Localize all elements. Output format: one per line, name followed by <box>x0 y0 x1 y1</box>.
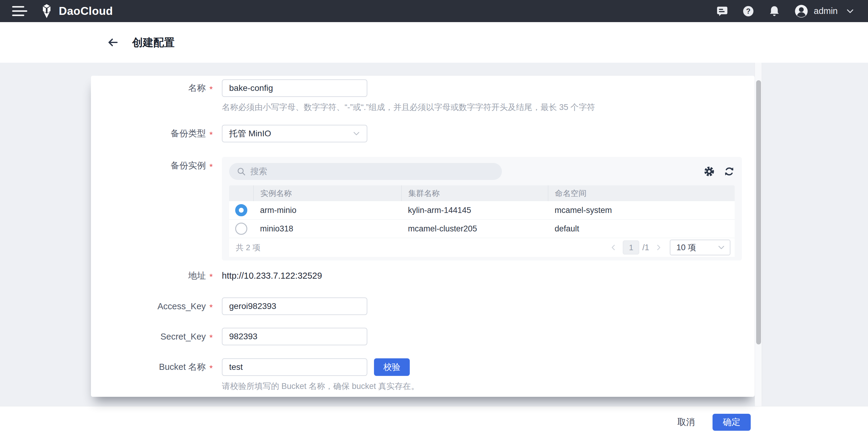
bucket-row: Bucket 名称* 校验 请校验所填写的 Bucket 名称，确保 bucke… <box>91 358 755 392</box>
current-page-input[interactable]: 1 <box>623 240 639 255</box>
name-label: 名称* <box>91 79 222 97</box>
next-page-button[interactable] <box>655 243 662 251</box>
search-icon <box>237 167 246 176</box>
instance-table: 实例名称 集群名称 命名空间 arm-minio kylin-arm-14414… <box>229 186 735 257</box>
address-row: 地址* http://10.233.7.122:32529 <box>91 270 755 282</box>
required-asterisk: * <box>210 130 213 140</box>
access-key-row: Access_Key* <box>91 298 755 315</box>
user-menu[interactable]: admin <box>794 4 855 18</box>
messages-icon[interactable] <box>716 5 728 17</box>
secret-key-row: Secret_Key* <box>91 328 755 345</box>
backup-type-row: 备份类型* 托管 MinIO <box>91 125 755 142</box>
prev-page-button[interactable] <box>610 243 617 251</box>
page-size-select[interactable]: 10 项 <box>670 240 731 255</box>
topbar: DaoCloud ? <box>0 0 868 22</box>
cell-namespace: default <box>548 220 735 238</box>
backup-instance-label: 备份实例* <box>91 157 222 174</box>
cancel-button[interactable]: 取消 <box>677 416 695 428</box>
form-footer: 取消 确定 <box>0 406 868 438</box>
chevron-down-icon <box>352 129 361 138</box>
refresh-icon[interactable] <box>724 166 735 177</box>
create-config-form: 名称* 名称必须由小写字母、数字字符、“-”或“.”组成，并且必须以字母或数字字… <box>91 76 755 397</box>
cell-instance-name: minio318 <box>253 220 401 238</box>
access-key-input[interactable] <box>222 298 367 315</box>
backup-instance-row: 备份实例* <box>91 157 755 261</box>
cell-cluster-name: kylin-arm-144145 <box>401 201 548 219</box>
brand-logo[interactable]: DaoCloud <box>39 3 113 19</box>
instance-search-input[interactable] <box>250 167 499 176</box>
chevron-down-icon <box>717 243 725 252</box>
backup-type-label: 备份类型* <box>91 125 222 142</box>
required-asterisk: * <box>210 303 213 312</box>
page-title: 创建配置 <box>132 35 175 50</box>
verify-bucket-button[interactable]: 校验 <box>374 358 410 376</box>
chevron-down-icon <box>845 7 855 16</box>
access-key-label: Access_Key* <box>91 298 222 315</box>
radio-button[interactable] <box>235 204 247 216</box>
settings-gear-icon[interactable] <box>704 166 715 177</box>
required-asterisk: * <box>210 162 213 172</box>
name-input[interactable] <box>222 79 367 97</box>
total-count: 共 2 项 <box>236 242 260 253</box>
backup-type-select[interactable]: 托管 MinIO <box>222 125 367 142</box>
name-helper-text: 名称必须由小写字母、数字字符、“-”或“.”组成，并且必须以字母或数字字符开头及… <box>222 102 595 113</box>
notifications-icon[interactable] <box>768 5 780 17</box>
scrollbar-thumb[interactable] <box>756 80 761 344</box>
instance-row-minio318[interactable]: minio318 mcamel-cluster205 default <box>229 220 735 238</box>
cell-cluster-name: mcamel-cluster205 <box>401 220 548 238</box>
bucket-name-input[interactable] <box>222 358 367 376</box>
required-asterisk: * <box>210 364 213 373</box>
daocloud-cube-icon <box>39 3 55 19</box>
secret-key-input[interactable] <box>222 328 367 345</box>
name-row: 名称* 名称必须由小写字母、数字字符、“-”或“.”组成，并且必须以字母或数字字… <box>91 79 755 113</box>
svg-text:?: ? <box>746 7 751 15</box>
page-count: /1 <box>642 243 649 252</box>
bucket-label: Bucket 名称* <box>91 358 222 376</box>
column-instance-name: 实例名称 <box>253 186 401 201</box>
main-area: 名称* 名称必须由小写字母、数字字符、“-”或“.”组成，并且必须以字母或数字字… <box>0 63 868 406</box>
bucket-helper-text: 请校验所填写的 Bucket 名称，确保 bucket 真实存在。 <box>222 381 419 392</box>
required-asterisk: * <box>210 333 213 343</box>
topbar-actions: ? admin <box>716 4 855 18</box>
column-cluster-name: 集群名称 <box>401 186 548 201</box>
scrollbar-track[interactable] <box>755 63 762 406</box>
radio-button[interactable] <box>235 223 247 235</box>
backup-type-value: 托管 MinIO <box>229 128 271 139</box>
backup-instance-panel: 实例名称 集群名称 命名空间 arm-minio kylin-arm-14414… <box>222 157 742 261</box>
page-header: 创建配置 <box>0 22 868 63</box>
cell-instance-name: arm-minio <box>253 201 401 219</box>
page-size-value: 10 项 <box>677 242 696 253</box>
back-arrow-icon[interactable] <box>107 36 119 48</box>
secret-key-label: Secret_Key* <box>91 328 222 345</box>
address-label: 地址* <box>91 270 222 282</box>
instance-table-pagination: 共 2 项 1 /1 1 <box>229 238 735 257</box>
required-asterisk: * <box>210 85 213 94</box>
instance-row-arm-minio[interactable]: arm-minio kylin-arm-144145 mcamel-system <box>229 201 735 220</box>
menu-toggle-icon[interactable] <box>12 6 27 16</box>
help-icon[interactable]: ? <box>742 5 754 17</box>
avatar-icon <box>794 4 808 18</box>
instance-search[interactable] <box>229 163 502 180</box>
radio-column-header <box>229 186 253 201</box>
address-value: http://10.233.7.122:32529 <box>222 271 322 280</box>
username: admin <box>814 6 838 16</box>
instance-table-header: 实例名称 集群名称 命名空间 <box>229 186 735 201</box>
column-namespace: 命名空间 <box>548 186 735 201</box>
brand-name: DaoCloud <box>59 5 113 18</box>
cell-namespace: mcamel-system <box>548 201 735 219</box>
confirm-button[interactable]: 确定 <box>713 414 751 431</box>
required-asterisk: * <box>210 271 213 283</box>
